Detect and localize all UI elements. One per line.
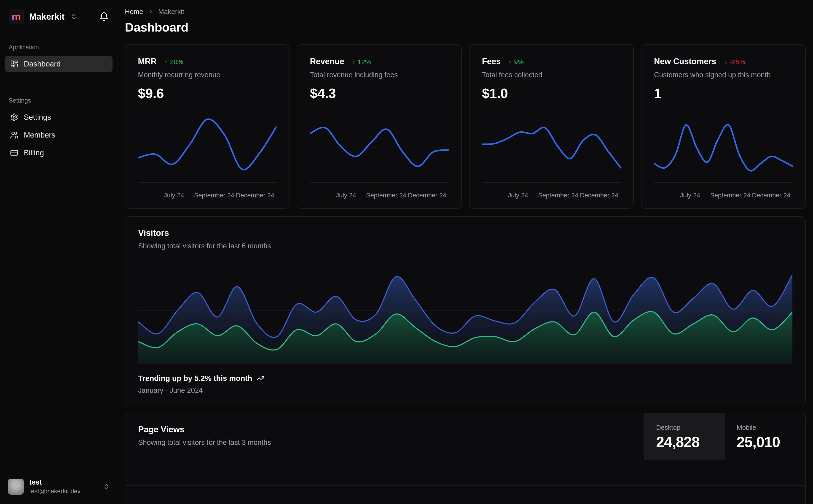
page-title: Dashboard [125, 20, 806, 34]
x-axis-labels: July 24 September 24 December 24 [654, 190, 793, 200]
stat-cards-row: MRR ↑ 20% Monthly recurring revenue $9.6… [125, 44, 806, 209]
trending-up-icon [256, 374, 265, 382]
avatar [8, 479, 24, 495]
revenue-sparkline-chart [310, 109, 448, 187]
stat-value: 1 [654, 85, 793, 101]
users-icon [10, 131, 18, 139]
page-views-card: Page Views Showing total visitors for th… [125, 413, 806, 504]
sidebar-item-label: Members [24, 131, 55, 139]
gridline [125, 485, 805, 486]
x-tick: December 24 [580, 192, 619, 199]
x-tick: December 24 [752, 192, 790, 199]
stat-card-revenue: Revenue ↑ 12% Total revenue including fe… [297, 44, 461, 209]
user-email: test@makerkit.dev [29, 488, 80, 495]
user-menu[interactable]: test test@makerkit.dev [0, 471, 117, 504]
user-name: test [29, 478, 80, 486]
x-tick: September 24 [194, 192, 234, 199]
tab-value: 24,828 [656, 434, 713, 451]
arrow-down-icon: ↓ [724, 58, 728, 66]
stat-description: Monthly recurring revenue [138, 71, 277, 79]
visitors-trend-text: Trending up by 5.2% this month [138, 374, 252, 383]
x-tick: July 24 [164, 192, 184, 199]
trend-badge: ↑ 12% [352, 58, 371, 66]
stat-title: Revenue [310, 57, 344, 66]
x-tick: July 24 [336, 192, 356, 199]
tab-mobile[interactable]: Mobile 25,010 [725, 413, 805, 460]
stat-value: $1.0 [482, 85, 621, 101]
visitors-area-chart [125, 261, 805, 364]
stat-card-new-customers: New Customers ↓ -25% Customers who signe… [641, 44, 806, 209]
sidebar-item-settings[interactable]: Settings [5, 109, 112, 125]
new-customers-sparkline-chart [654, 109, 793, 187]
nav-group-settings: Settings [9, 97, 109, 104]
trend-value: 20% [170, 58, 183, 66]
x-axis-labels: July 24 September 24 December 24 [138, 190, 277, 200]
visitors-title: Visitors [138, 228, 792, 238]
trend-badge: ↓ -25% [724, 58, 745, 66]
notifications-bell-icon[interactable] [99, 12, 109, 21]
trend-value: 9% [514, 58, 524, 66]
stat-card-mrr: MRR ↑ 20% Monthly recurring revenue $9.6… [125, 44, 290, 209]
makerkit-logo: m [9, 9, 24, 24]
stat-description: Total fees collected [482, 71, 621, 79]
arrow-up-icon: ↑ [509, 58, 512, 66]
main-content: Home Makerkit Dashboard MRR ↑ 20% Monthl… [118, 0, 813, 504]
x-tick: July 24 [680, 192, 700, 199]
sidebar-item-label: Dashboard [24, 60, 61, 68]
chevrons-up-down-icon [103, 483, 110, 490]
trend-badge: ↑ 20% [164, 58, 183, 66]
chevron-right-icon [148, 9, 154, 15]
visitors-subtitle: Showing total visitors for the last 6 mo… [138, 242, 792, 250]
mrr-sparkline-chart [138, 109, 277, 187]
stat-description: Customers who signed up this month [654, 71, 793, 79]
sidebar-nav: Application Dashboard Settings Settings … [0, 31, 117, 161]
x-tick: September 24 [538, 192, 578, 199]
visitors-period: January - June 2024 [138, 386, 792, 395]
x-axis-labels: July 24 September 24 December 24 [310, 190, 448, 200]
stat-value: $4.3 [310, 85, 448, 101]
tab-label: Mobile [737, 424, 794, 431]
gear-icon [10, 113, 18, 121]
arrow-up-icon: ↑ [352, 58, 355, 66]
logo-letter: m [12, 11, 21, 22]
trend-badge: ↑ 9% [509, 58, 524, 66]
page-views-subtitle: Showing total visitors for the last 3 mo… [138, 438, 632, 447]
nav-group-application: Application [9, 44, 109, 51]
breadcrumb-home-link[interactable]: Home [125, 8, 143, 16]
arrow-up-icon: ↑ [164, 58, 168, 66]
page-views-title: Page Views [138, 425, 632, 434]
sidebar: m Makerkit Application Dashboard Setting… [0, 0, 118, 504]
workspace-selector[interactable]: m Makerkit [0, 0, 117, 31]
credit-card-icon [10, 149, 18, 157]
tab-label: Desktop [656, 424, 713, 431]
sidebar-item-dashboard[interactable]: Dashboard [5, 56, 112, 72]
trend-value: -25% [730, 58, 745, 66]
fees-sparkline-chart [482, 109, 621, 187]
sidebar-item-label: Settings [24, 113, 51, 122]
sidebar-item-members[interactable]: Members [5, 127, 112, 143]
stat-title: Fees [482, 57, 501, 66]
x-tick: December 24 [236, 192, 274, 199]
stat-value: $9.6 [138, 85, 277, 101]
stat-title: New Customers [654, 57, 716, 66]
tab-value: 25,010 [737, 434, 794, 451]
x-tick: December 24 [408, 192, 446, 199]
x-axis-labels: July 24 September 24 December 24 [482, 190, 621, 200]
breadcrumb: Home Makerkit [125, 8, 806, 16]
trend-value: 12% [358, 58, 371, 66]
x-tick: September 24 [366, 192, 406, 199]
stat-description: Total revenue including fees [310, 71, 448, 79]
tab-desktop[interactable]: Desktop 24,828 [644, 413, 725, 460]
breadcrumb-current: Makerkit [158, 8, 184, 16]
visitors-card: Visitors Showing total visitors for the … [125, 216, 806, 405]
x-tick: July 24 [508, 192, 528, 199]
chevrons-up-down-icon [70, 13, 77, 20]
brand-name: Makerkit [29, 12, 64, 22]
stat-title: MRR [138, 57, 157, 66]
sidebar-item-billing[interactable]: Billing [5, 145, 112, 161]
sidebar-item-label: Billing [24, 149, 44, 157]
stat-card-fees: Fees ↑ 9% Total fees collected $1.0 July… [469, 44, 634, 209]
x-tick: September 24 [710, 192, 750, 199]
page-views-bar-chart [125, 460, 805, 504]
dashboard-icon [10, 60, 18, 68]
